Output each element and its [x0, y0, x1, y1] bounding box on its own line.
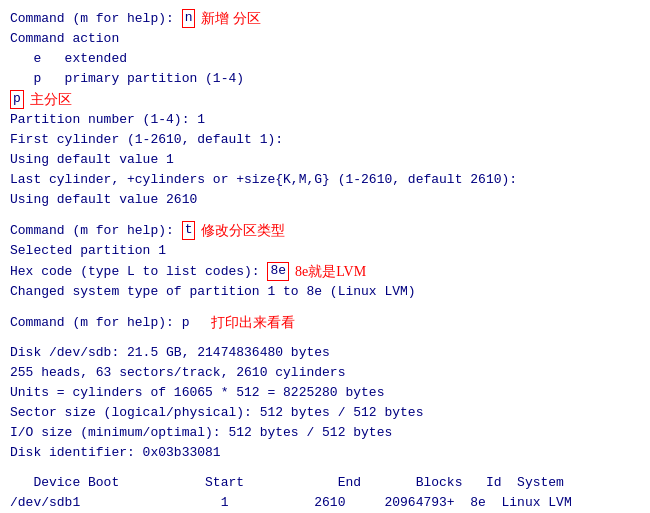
line-default-1: Using default value 1 [10, 150, 640, 170]
text-default-2610: Using default value 2610 [10, 190, 197, 210]
line-p-highlight: p主分区 [10, 89, 640, 110]
text-disk-info: Disk /dev/sdb: 21.5 GB, 21474836480 byte… [10, 343, 330, 363]
command-prompt-1: Command (m for help): [10, 9, 182, 29]
text-first-cylinder: First cylinder (1-2610, default 1): [10, 130, 283, 150]
line-first-cylinder: First cylinder (1-2610, default 1): [10, 130, 640, 150]
line-primary: p primary partition (1-4) [10, 69, 640, 89]
input-p: p [10, 90, 24, 109]
annotation-change-type: 修改分区类型 [201, 220, 285, 241]
table-header: Device Boot Start End Blocks Id System [10, 473, 564, 493]
line-command-action: Command action [10, 29, 640, 49]
line-selected-partition: Selected partition 1 [10, 241, 640, 261]
line-hex-code: Hex code (type L to list codes): 8e8e就是L… [10, 261, 640, 282]
input-n: n [182, 9, 196, 28]
annotation-print: 打印出来看看 [211, 312, 295, 333]
text-heads: 255 heads, 63 sectors/track, 2610 cylind… [10, 363, 345, 383]
annotation-lvm: 8e就是LVM [295, 261, 366, 282]
line-default-2610: Using default value 2610 [10, 190, 640, 210]
command-prompt-t: Command (m for help): [10, 221, 182, 241]
input-8e: 8e [267, 262, 289, 281]
text-partition-number: Partition number (1-4): 1 [10, 110, 205, 130]
command-prompt-p: Command (m for help): p [10, 313, 205, 333]
line-changed-type: Changed system type of partition 1 to 8e… [10, 282, 640, 302]
input-t: t [182, 221, 196, 240]
line-command-t: Command (m for help): t修改分区类型 [10, 220, 640, 241]
table-data: /dev/sdb1 1 2610 20964793+ 8e Linux LVM [10, 493, 572, 513]
text-sector-size: Sector size (logical/physical): 512 byte… [10, 403, 423, 423]
terminal-container: Command (m for help): n新增 分区 Command act… [0, 0, 650, 513]
line-units: Units = cylinders of 16065 * 512 = 82252… [10, 383, 640, 403]
annotation-main-partition: 主分区 [30, 89, 72, 110]
line-heads: 255 heads, 63 sectors/track, 2610 cylind… [10, 363, 640, 383]
empty-line-4 [10, 463, 640, 473]
line-disk-info: Disk /dev/sdb: 21.5 GB, 21474836480 byte… [10, 343, 640, 363]
empty-line-1 [10, 210, 640, 220]
text-extended: e extended [10, 49, 127, 69]
table-data-row: /dev/sdb1 1 2610 20964793+ 8e Linux LVM [10, 493, 640, 513]
line-disk-id: Disk identifier: 0x03b33081 [10, 443, 640, 463]
text-io-size: I/O size (minimum/optimal): 512 bytes / … [10, 423, 392, 443]
text-primary: p primary partition (1-4) [10, 69, 244, 89]
empty-line-3 [10, 333, 640, 343]
text-command-action: Command action [10, 29, 119, 49]
text-hex-code: Hex code (type L to list codes): [10, 262, 267, 282]
annotation-new-partition: 新增 分区 [201, 8, 261, 29]
text-units: Units = cylinders of 16065 * 512 = 82252… [10, 383, 384, 403]
text-changed-type: Changed system type of partition 1 to 8e… [10, 282, 416, 302]
line-last-cylinder: Last cylinder, +cylinders or +size{K,M,G… [10, 170, 640, 190]
line-sector-size: Sector size (logical/physical): 512 byte… [10, 403, 640, 423]
line-extended: e extended [10, 49, 640, 69]
line-command-n: Command (m for help): n新增 分区 [10, 8, 640, 29]
text-disk-id: Disk identifier: 0x03b33081 [10, 443, 221, 463]
text-last-cylinder: Last cylinder, +cylinders or +size{K,M,G… [10, 170, 517, 190]
empty-line-2 [10, 302, 640, 312]
text-selected-partition: Selected partition 1 [10, 241, 166, 261]
line-io-size: I/O size (minimum/optimal): 512 bytes / … [10, 423, 640, 443]
table-header-row: Device Boot Start End Blocks Id System [10, 473, 640, 493]
line-command-p: Command (m for help): p 打印出来看看 [10, 312, 640, 333]
line-partition-number: Partition number (1-4): 1 [10, 110, 640, 130]
text-default-1: Using default value 1 [10, 150, 174, 170]
